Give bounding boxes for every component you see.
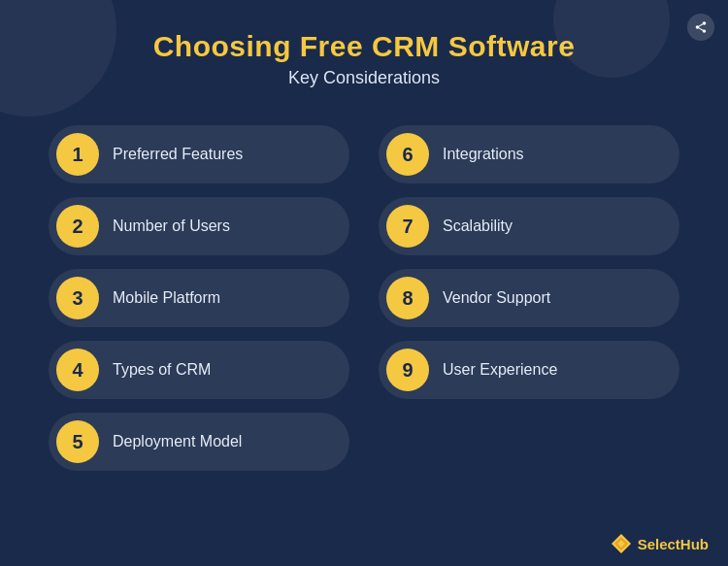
item-number: 7 (386, 205, 429, 248)
list-item: 7 Scalability (379, 197, 679, 255)
list-item: 2 Number of Users (49, 197, 349, 255)
item-number: 9 (386, 349, 429, 391)
share-icon[interactable] (687, 14, 714, 41)
footer: SelectHub (611, 533, 709, 554)
footer-logo-text: SelectHub (638, 536, 709, 552)
item-number: 6 (386, 133, 429, 176)
item-label: User Experience (443, 361, 557, 379)
item-label: Vendor Support (443, 289, 550, 307)
content-area: 1 Preferred Features 2 Number of Users 3… (0, 108, 728, 481)
item-number: 5 (56, 420, 99, 463)
list-item: 1 Preferred Features (49, 125, 349, 183)
list-item: 4 Types of CRM (49, 341, 349, 399)
bg-decoration-left (0, 0, 116, 117)
item-number: 1 (56, 133, 99, 176)
item-label: Preferred Features (113, 146, 243, 163)
left-column: 1 Preferred Features 2 Number of Users 3… (49, 125, 349, 471)
item-label: Integrations (443, 146, 524, 163)
footer-logo-highlight: Select (638, 536, 680, 552)
item-number: 2 (56, 205, 99, 248)
right-column: 6 Integrations 7 Scalability 8 Vendor Su… (379, 125, 679, 471)
item-label: Deployment Model (113, 433, 242, 450)
list-item: 3 Mobile Platform (49, 269, 349, 327)
list-item: 9 User Experience (379, 341, 679, 399)
footer-logo-suffix: Hub (680, 536, 709, 552)
item-label: Mobile Platform (113, 289, 220, 307)
item-number: 8 (386, 277, 429, 319)
list-item: 5 Deployment Model (49, 413, 349, 471)
item-label: Types of CRM (113, 361, 211, 379)
item-number: 3 (56, 277, 99, 319)
list-item: 6 Integrations (379, 125, 679, 183)
item-label: Scalability (443, 217, 513, 235)
list-item: 8 Vendor Support (379, 269, 679, 327)
item-label: Number of Users (113, 217, 230, 235)
item-number: 4 (56, 349, 99, 391)
selecthub-logo-icon (611, 533, 632, 554)
